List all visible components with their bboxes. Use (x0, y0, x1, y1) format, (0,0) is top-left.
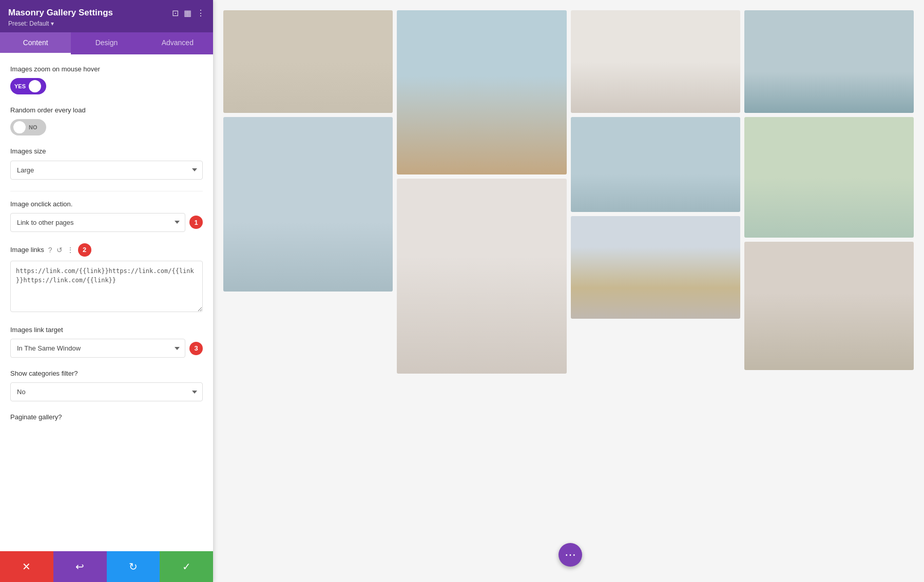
gallery-item[interactable] (571, 117, 740, 212)
panel-title: Masonry Gallery Settings (8, 7, 113, 18)
toggle-no-label: NO (29, 124, 37, 130)
gallery-item[interactable] (571, 10, 740, 113)
images-size-setting: Images size Thumbnail Medium Large Full (10, 147, 203, 179)
masonry-gallery (223, 10, 914, 374)
paginate-setting: Paginate gallery? (10, 413, 203, 422)
bottom-toolbar: ✕ ↩ ↻ ✓ (0, 551, 213, 582)
link-target-setting: Images link target In The Same Window Ne… (10, 325, 203, 358)
gallery-column-3 (571, 10, 740, 319)
preset-label[interactable]: Preset: Default ▾ (8, 20, 113, 27)
gallery-item[interactable] (397, 10, 566, 174)
onclick-select[interactable]: None Open Lightbox Link to other pages C… (10, 213, 185, 232)
save-button[interactable]: ✓ (160, 551, 213, 582)
paginate-label: Paginate gallery? (10, 413, 203, 422)
image-links-setting: Image links ? ↺ ⋮ 2 https://link.com/{{l… (10, 243, 203, 314)
onclick-badge: 1 (189, 216, 203, 229)
redo-button[interactable]: ↻ (107, 551, 160, 582)
gallery-column-4 (744, 10, 914, 370)
link-target-select[interactable]: In The Same Window New Window (10, 339, 185, 358)
image-links-label: Image links (10, 246, 44, 254)
images-zoom-label: Images zoom on mouse hover (10, 65, 203, 74)
settings-panel: Masonry Gallery Settings Preset: Default… (0, 0, 213, 582)
link-target-label: Images link target (10, 325, 203, 335)
random-order-setting: Random order every load NO (10, 106, 203, 135)
undo-icon: ↩ (75, 560, 84, 573)
image-links-textarea[interactable]: https://link.com/{{link}}https://link.co… (10, 261, 203, 312)
tab-bar: Content Design Advanced (0, 32, 213, 54)
onclick-label: Image onclick action. (10, 200, 203, 209)
categories-setting: Show categories filter? Yes No (10, 369, 203, 401)
undo-button[interactable]: ↩ (53, 551, 107, 582)
images-zoom-toggle[interactable]: YES (10, 78, 46, 94)
toggle-knob (13, 121, 26, 133)
gallery-preview: ⋯ (213, 0, 924, 582)
random-order-toggle[interactable]: NO (10, 119, 46, 135)
onclick-setting: Image onclick action. None Open Lightbox… (10, 200, 203, 232)
gallery-item[interactable] (397, 179, 566, 374)
settings-content: Images zoom on mouse hover YES Random or… (0, 54, 213, 551)
more-icon[interactable]: ⋮ (197, 8, 205, 18)
categories-label: Show categories filter? (10, 369, 203, 378)
fab-icon: ⋯ (565, 548, 576, 561)
gallery-item[interactable] (223, 117, 393, 292)
tab-content[interactable]: Content (0, 32, 71, 54)
images-size-label: Images size (10, 147, 203, 156)
help-icon[interactable]: ? (48, 246, 52, 254)
gallery-item[interactable] (744, 10, 914, 113)
gallery-item[interactable] (744, 242, 914, 370)
tab-design[interactable]: Design (71, 32, 142, 54)
redo-icon: ↻ (129, 560, 138, 573)
gallery-item[interactable] (744, 117, 914, 238)
gallery-column-2 (397, 10, 566, 374)
divider-1 (10, 191, 203, 191)
expand-icon[interactable]: ⊡ (172, 8, 179, 18)
images-size-select[interactable]: Thumbnail Medium Large Full (10, 161, 203, 180)
columns-icon[interactable]: ▦ (184, 8, 191, 18)
categories-select[interactable]: Yes No (10, 382, 203, 401)
random-order-label: Random order every load (10, 106, 203, 115)
more-options-icon[interactable]: ⋮ (67, 246, 74, 254)
save-icon: ✓ (182, 560, 191, 573)
fab-button[interactable]: ⋯ (559, 543, 582, 567)
sidebar-header: Masonry Gallery Settings Preset: Default… (0, 0, 213, 32)
gallery-column-1 (223, 10, 393, 292)
reset-icon[interactable]: ↺ (56, 246, 63, 254)
toggle-yes-label: YES (14, 83, 26, 89)
image-links-badge: 2 (78, 243, 91, 257)
link-target-badge: 3 (189, 342, 203, 355)
images-zoom-setting: Images zoom on mouse hover YES (10, 65, 203, 94)
header-icons: ⊡ ▦ ⋮ (172, 8, 205, 18)
gallery-item[interactable] (223, 10, 393, 113)
toggle-knob (29, 80, 41, 92)
cancel-icon: ✕ (22, 560, 31, 573)
tab-advanced[interactable]: Advanced (142, 32, 213, 54)
cancel-button[interactable]: ✕ (0, 551, 53, 582)
gallery-item[interactable] (571, 216, 740, 319)
